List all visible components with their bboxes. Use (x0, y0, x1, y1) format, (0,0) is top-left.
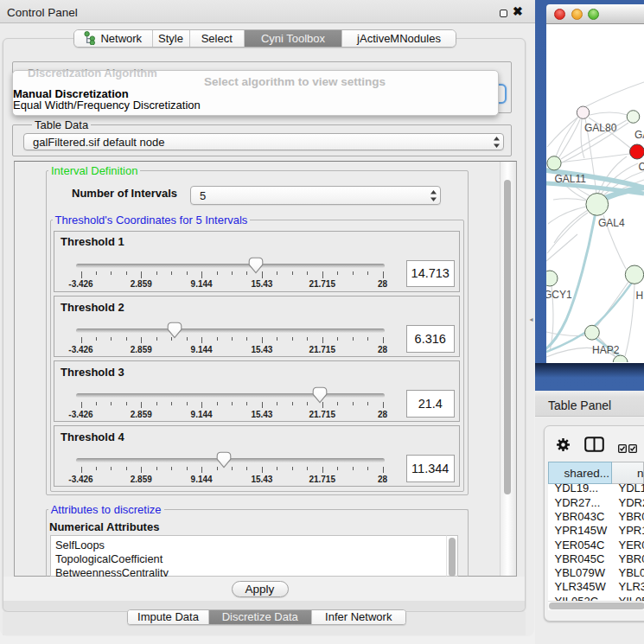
svg-text:GAL4: GAL4 (598, 217, 625, 229)
svg-text:GAL80: GAL80 (584, 122, 617, 134)
svg-text:HAP2: HAP2 (592, 344, 620, 356)
svg-text:GAL11: GAL11 (555, 173, 587, 185)
svg-text:GA: GA (634, 129, 644, 141)
svg-text:CD: CD (639, 161, 644, 173)
svg-text:H: H (636, 290, 644, 302)
svg-text:GCY1: GCY1 (546, 289, 572, 301)
